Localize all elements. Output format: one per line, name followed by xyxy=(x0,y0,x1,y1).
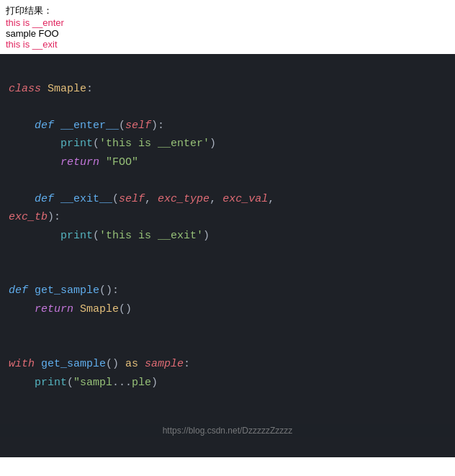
builtin-print-3: print xyxy=(35,377,67,389)
output-line-enter: this is __enter xyxy=(6,17,449,28)
param-exc-type: exc_type xyxy=(158,193,210,205)
code-section: class Smaple: def __enter__(self): print… xyxy=(0,54,455,457)
string-enter: 'this is __enter' xyxy=(99,138,210,150)
param-exc-tb: exc_tb xyxy=(9,211,48,223)
code-block: class Smaple: def __enter__(self): print… xyxy=(9,61,446,410)
keyword-def-exit: def xyxy=(35,193,54,205)
param-self-2: self xyxy=(119,193,145,205)
keyword-def-enter: def xyxy=(35,120,54,132)
keyword-with: with xyxy=(9,358,35,370)
keyword-def-get: def xyxy=(9,284,28,297)
string-sample-cont: ple xyxy=(132,377,151,389)
builtin-print-1: print xyxy=(60,138,93,150)
class-name: Smaple xyxy=(48,83,86,95)
keyword-return-1: return xyxy=(60,156,99,169)
output-line-sample: sample FOO xyxy=(6,28,449,39)
var-sample: sample xyxy=(145,358,184,370)
keyword-return-2: return xyxy=(35,303,73,315)
method-exit: __exit__ xyxy=(60,193,112,205)
method-enter: __enter__ xyxy=(60,120,119,132)
param-self-1: self xyxy=(125,120,151,132)
output-label: 打印结果： xyxy=(6,4,449,17)
keyword-class: class xyxy=(9,83,41,95)
fn-call-get-sample: get_sample xyxy=(41,358,106,370)
output-line-exit: this is __exit xyxy=(6,39,449,50)
string-exit: 'this is __exit' xyxy=(99,230,203,242)
param-exc-val: exc_val xyxy=(222,193,268,205)
watermark: https://blog.csdn.net/DzzzzzZzzzz xyxy=(0,424,455,437)
string-foo: "FOO" xyxy=(106,156,138,169)
fn-get-sample: get_sample xyxy=(35,284,99,297)
keyword-as: as xyxy=(125,358,138,370)
string-sample: "sampl xyxy=(73,377,112,389)
output-section: 打印结果： this is __enter sample FOO this is… xyxy=(0,0,455,54)
builtin-print-2: print xyxy=(60,230,93,242)
class-name-2: Smaple xyxy=(80,303,119,315)
